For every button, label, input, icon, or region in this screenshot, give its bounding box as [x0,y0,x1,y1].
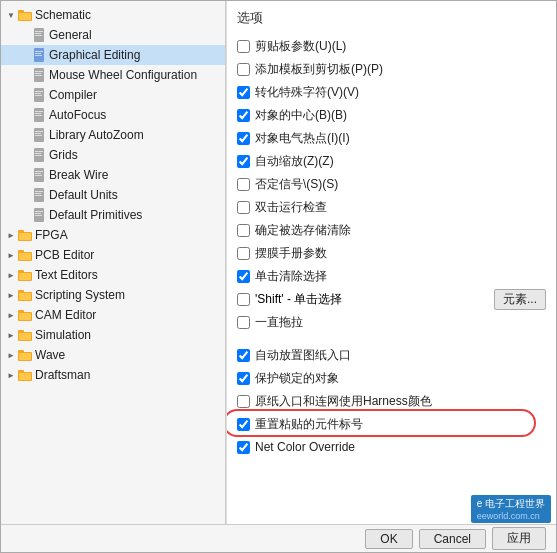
ok-button[interactable]: OK [365,529,412,549]
checkbox-opt13[interactable] [237,316,250,329]
checkbox-opt5[interactable] [237,132,250,145]
doc-icon-library-autozoom [31,128,47,142]
tree-arrow-scripting-system: ► [5,289,17,301]
label-opt11: 单击清除选择 [255,268,327,285]
checkbox-opt10[interactable] [237,247,250,260]
tree-item-cam-editor[interactable]: ► CAM Editor [1,305,225,325]
checkbox-opt12[interactable] [237,293,250,306]
option-row-opt12: 'Shift' - 单击选择元素... [237,288,546,310]
doc-icon-compiler [31,88,47,102]
tree-arrow-graphical-editing [19,49,31,61]
svg-rect-30 [35,155,42,156]
tree-label-schematic: Schematic [35,8,91,22]
checkbox-opt3[interactable] [237,86,250,99]
option-row-opt5: 对象电气热点(I)(I) [237,127,546,149]
checkbox-opt14[interactable] [237,349,250,362]
option-row-opt8: 双击运行检查 [237,196,546,218]
svg-rect-62 [18,350,24,353]
label-opt8: 双击运行检查 [255,199,327,216]
tree-item-graphical-editing[interactable]: Graphical Editing [1,45,225,65]
tree-item-autofocus[interactable]: AutoFocus [1,105,225,125]
label-opt2: 添加模板到剪切板(P)(P) [255,61,383,78]
tree-item-general[interactable]: General [1,25,225,45]
tree-label-fpga: FPGA [35,228,68,242]
tree-item-scripting-system[interactable]: ► Scripting System [1,285,225,305]
svg-rect-66 [19,373,31,380]
tree-item-fpga[interactable]: ► FPGA [1,225,225,245]
doc-icon-grids [31,148,47,162]
checkbox-opt7[interactable] [237,178,250,191]
svg-rect-65 [18,370,24,373]
tree-label-scripting-system: Scripting System [35,288,125,302]
folder-icon-simulation [17,328,33,342]
tree-label-autofocus: AutoFocus [49,108,106,122]
tree-item-library-autozoom[interactable]: Library AutoZoom [1,125,225,145]
checkbox-opt6[interactable] [237,155,250,168]
options-panel: 选项 剪贴板参数(U)(L)添加模板到剪切板(P)(P)转化特殊字符(V)(V)… [226,1,556,524]
svg-rect-48 [19,253,31,260]
svg-rect-10 [35,55,42,56]
tree-arrow-break-wire [19,169,31,181]
tree-arrow-draftsman: ► [5,369,17,381]
tree-item-break-wire[interactable]: Break Wire [1,165,225,185]
label-opt12: 'Shift' - 单击选择 [255,291,342,308]
tree-arrow-grids [19,149,31,161]
tree-label-wave: Wave [35,348,65,362]
label-opt17: 重置粘贴的元件标号 [255,416,363,433]
tree-label-library-autozoom: Library AutoZoom [49,128,144,142]
tree-label-cam-editor: CAM Editor [35,308,96,322]
checkbox-opt2[interactable] [237,63,250,76]
folder-icon-text-editors [17,268,33,282]
folder-icon-draftsman [17,368,33,382]
cancel-button[interactable]: Cancel [419,529,486,549]
checkbox-opt4[interactable] [237,109,250,122]
label-opt3: 转化特殊字符(V)(V) [255,84,359,101]
svg-rect-47 [18,250,24,253]
tree-arrow-wave: ► [5,349,17,361]
tree-label-default-units: Default Units [49,188,118,202]
svg-rect-33 [35,173,41,174]
checkbox-opt15[interactable] [237,372,250,385]
doc-icon-break-wire [31,168,47,182]
label-opt1: 剪贴板参数(U)(L) [255,38,346,55]
doc-icon-default-primitives [31,208,47,222]
svg-rect-21 [35,113,41,114]
checkbox-opt1[interactable] [237,40,250,53]
tree-item-wave[interactable]: ► Wave [1,345,225,365]
label-opt5: 对象电气热点(I)(I) [255,130,350,147]
checkbox-opt18[interactable] [237,441,250,454]
apply-button[interactable]: 应用 [492,527,546,550]
folder-icon-pcb-editor [17,248,33,262]
option-row-opt7: 否定信号\(S)(S) [237,173,546,195]
tree-item-grids[interactable]: Grids [1,145,225,165]
svg-rect-29 [35,153,41,154]
tree-arrow-autofocus [19,109,31,121]
svg-rect-40 [35,211,43,212]
tree-item-mouse-wheel[interactable]: Mouse Wheel Configuration [1,65,225,85]
tree-item-schematic[interactable]: ▼ Schematic [1,5,225,25]
tree-item-pcb-editor[interactable]: ► PCB Editor [1,245,225,265]
tree-label-draftsman: Draftsman [35,368,90,382]
checkbox-opt11[interactable] [237,270,250,283]
checkbox-opt9[interactable] [237,224,250,237]
svg-rect-56 [18,310,24,313]
svg-rect-36 [35,191,43,192]
svg-rect-54 [19,293,31,300]
checkbox-opt17[interactable] [237,418,250,431]
option-row-opt17: 重置粘贴的元件标号 [237,413,546,435]
tree-item-default-units[interactable]: Default Units [1,185,225,205]
label-opt9: 确定被选存储清除 [255,222,351,239]
svg-rect-1 [18,10,24,13]
svg-rect-63 [19,353,31,360]
tree-arrow-library-autozoom [19,129,31,141]
tree-item-simulation[interactable]: ► Simulation [1,325,225,345]
element-button[interactable]: 元素... [494,289,546,310]
tree-item-draftsman[interactable]: ► Draftsman [1,365,225,385]
tree-item-text-editors[interactable]: ► Text Editors [1,265,225,285]
checkbox-opt8[interactable] [237,201,250,214]
checkbox-opt16[interactable] [237,395,250,408]
svg-rect-37 [35,193,41,194]
svg-rect-53 [18,290,24,293]
tree-item-default-primitives[interactable]: Default Primitives [1,205,225,225]
tree-item-compiler[interactable]: Compiler [1,85,225,105]
